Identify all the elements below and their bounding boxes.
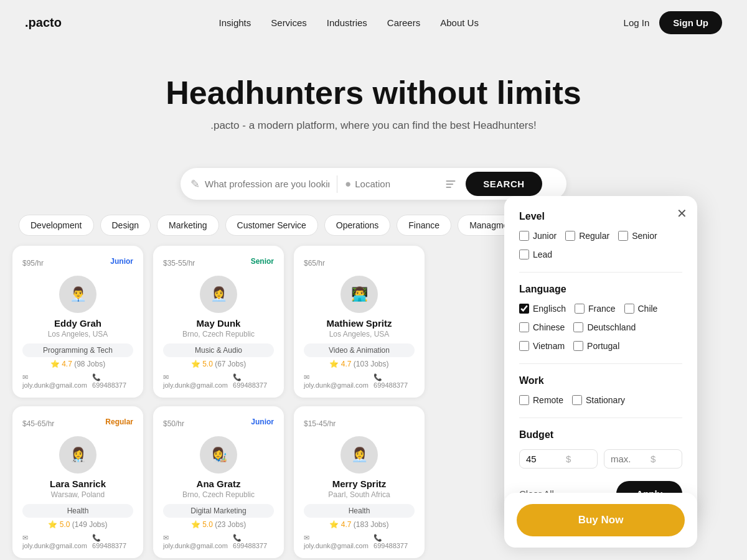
- search-button[interactable]: SEARCH: [466, 172, 542, 196]
- work-checkbox-stationary[interactable]: [572, 395, 582, 405]
- pill-operations[interactable]: Operations: [324, 215, 390, 236]
- work-checkbox-remote[interactable]: [519, 395, 529, 405]
- level-check-junior[interactable]: Junior: [519, 231, 557, 241]
- budget-title: Budget: [519, 429, 682, 441]
- currency-max: $: [651, 454, 655, 464]
- card[interactable]: $45-65/hr Regular 👩‍⚕️ Lara Sanrick Wars…: [12, 406, 143, 558]
- content-area: Development Design Marketing Customer Se…: [0, 200, 747, 558]
- level-options: Junior Regular Senior Lead: [519, 231, 682, 259]
- avatar: 👨‍💻: [341, 276, 378, 313]
- filter-icon-button[interactable]: [439, 175, 462, 193]
- lang-checkbox-chile[interactable]: [624, 304, 634, 314]
- card-name: Lara Sanrick: [22, 478, 133, 489]
- lang-checkbox-deutschland[interactable]: [573, 322, 583, 332]
- pill-design[interactable]: Design: [100, 215, 151, 236]
- card-rate: $95/hr: [22, 259, 44, 268]
- card-contact: ✉ joly.dunk@gmail.com 📞 699488377: [163, 534, 274, 549]
- card-phone: 📞 699488377: [233, 534, 274, 549]
- pill-customer-service[interactable]: Customer Service: [225, 215, 318, 236]
- card-name: Mathiew Spritz: [304, 318, 415, 329]
- filter-close-button[interactable]: ✕: [677, 206, 687, 221]
- lang-check-portugal[interactable]: Portugal: [573, 341, 619, 351]
- card-stars: ⭐ 5.0 (149 Jobs): [22, 520, 133, 529]
- budget-min-input[interactable]: [526, 454, 563, 464]
- logo[interactable]: .pacto: [25, 16, 62, 30]
- nav-industries[interactable]: Industries: [327, 17, 367, 28]
- card-email: ✉ joly.dunk@gmail.com: [304, 373, 370, 389]
- nav-careers[interactable]: Careers: [387, 17, 420, 28]
- card[interactable]: $15-45/hr 👩‍💼 Merry Spritz Paarl, South …: [294, 406, 425, 558]
- work-check-stationary[interactable]: Stationary: [572, 395, 625, 405]
- card[interactable]: $35-55/hr Senior 👩‍💼 May Dunk Brno, Czec…: [153, 246, 284, 398]
- login-button[interactable]: Log In: [624, 17, 650, 28]
- level-checkbox-senior[interactable]: [618, 231, 628, 241]
- card-phone: 📞 699488377: [374, 373, 415, 389]
- level-title: Level: [519, 211, 682, 222]
- level-checkbox-regular[interactable]: [565, 231, 575, 241]
- level-check-senior[interactable]: Senior: [618, 231, 657, 241]
- nav-services[interactable]: Services: [271, 17, 307, 28]
- budget-min-wrap: $: [519, 449, 598, 469]
- card-stars: ⭐ 5.0 (23 Jobs): [163, 520, 274, 529]
- work-options: Remote Stationary: [519, 395, 682, 405]
- language-options: Englisch France Chile Chinese Deutschlan…: [519, 304, 682, 351]
- card-phone: 📞 699488377: [92, 534, 133, 549]
- card[interactable]: $95/hr Junior 👨‍💼 Eddy Grah Los Angeles,…: [12, 246, 143, 398]
- pill-development[interactable]: Development: [19, 215, 94, 236]
- card-contact: ✉ joly.dunk@gmail.com 📞 699488377: [22, 534, 133, 549]
- level-checkbox-lead[interactable]: [519, 250, 529, 259]
- apply-button[interactable]: Apply: [616, 481, 682, 506]
- signup-button[interactable]: Sign Up: [659, 11, 722, 34]
- lang-check-deutschland[interactable]: Deutschland: [573, 322, 636, 332]
- search-divider: [337, 175, 337, 193]
- avatar: 👩‍🎨: [200, 436, 237, 474]
- location-input[interactable]: [355, 179, 436, 189]
- pill-finance[interactable]: Finance: [397, 215, 451, 236]
- card-location: Brno, Czech Republic: [163, 490, 274, 499]
- clear-all-button[interactable]: Clear All: [519, 488, 554, 499]
- card-tag: Health: [22, 504, 133, 518]
- filter-actions: Clear All Apply: [519, 481, 682, 506]
- level-badge: Senior: [251, 257, 274, 266]
- card-tag: Video & Animation: [304, 343, 415, 357]
- lang-checkbox-chinese[interactable]: [519, 322, 529, 332]
- card[interactable]: $50/hr Junior 👩‍🎨 Ana Gratz Brno, Czech …: [153, 406, 284, 558]
- level-badge: Junior: [251, 418, 274, 426]
- card-rate: $50/hr: [163, 419, 184, 428]
- lang-checkbox-englisch[interactable]: [519, 304, 529, 314]
- level-check-regular[interactable]: Regular: [565, 231, 609, 241]
- card-tag: Music & Audio: [163, 343, 274, 357]
- lang-check-france[interactable]: France: [575, 304, 616, 314]
- nav-insights[interactable]: Insights: [219, 17, 251, 28]
- lang-check-chinese[interactable]: Chinese: [519, 322, 565, 332]
- lang-checkbox-vietnam[interactable]: [519, 341, 529, 351]
- level-checkbox-junior[interactable]: [519, 231, 529, 241]
- lang-checkbox-france[interactable]: [575, 304, 585, 314]
- card-location: Los Angeles, USA: [22, 330, 133, 338]
- card-name: Eddy Grah: [22, 318, 133, 329]
- work-check-remote[interactable]: Remote: [519, 395, 563, 405]
- lang-check-englisch[interactable]: Englisch: [519, 304, 566, 314]
- nav-actions: Log In Sign Up: [624, 11, 722, 34]
- card-phone: 📞 699488377: [92, 373, 133, 389]
- search-bar-area: ✎ ● SEARCH: [0, 168, 747, 200]
- avatar-wrap: 👩‍⚕️: [22, 436, 133, 474]
- lang-check-vietnam[interactable]: Vietnam: [519, 341, 565, 351]
- filter-divider-1: [519, 272, 682, 273]
- level-check-lead[interactable]: Lead: [519, 250, 552, 259]
- lang-check-chile[interactable]: Chile: [624, 304, 658, 314]
- card-contact: ✉ joly.dunk@gmail.com 📞 699488377: [22, 373, 133, 389]
- level-badge: Junior: [110, 257, 133, 266]
- budget-max-input[interactable]: [611, 454, 648, 464]
- work-title: Work: [519, 375, 682, 386]
- card[interactable]: $65/hr 👨‍💻 Mathiew Spritz Los Angeles, U…: [294, 246, 425, 398]
- avatar-wrap: 👨‍💼: [22, 276, 133, 313]
- budget-max-wrap: $: [604, 449, 682, 469]
- avatar: 👩‍💼: [341, 436, 378, 474]
- profession-input[interactable]: [205, 179, 329, 189]
- hero-subtitle: .pacto - a modern platform, where you ca…: [12, 119, 735, 132]
- lang-checkbox-portugal[interactable]: [573, 341, 583, 351]
- nav-about[interactable]: About Us: [440, 17, 479, 28]
- card-rate: $15-45/hr: [304, 419, 336, 428]
- pill-marketing[interactable]: Marketing: [157, 215, 218, 236]
